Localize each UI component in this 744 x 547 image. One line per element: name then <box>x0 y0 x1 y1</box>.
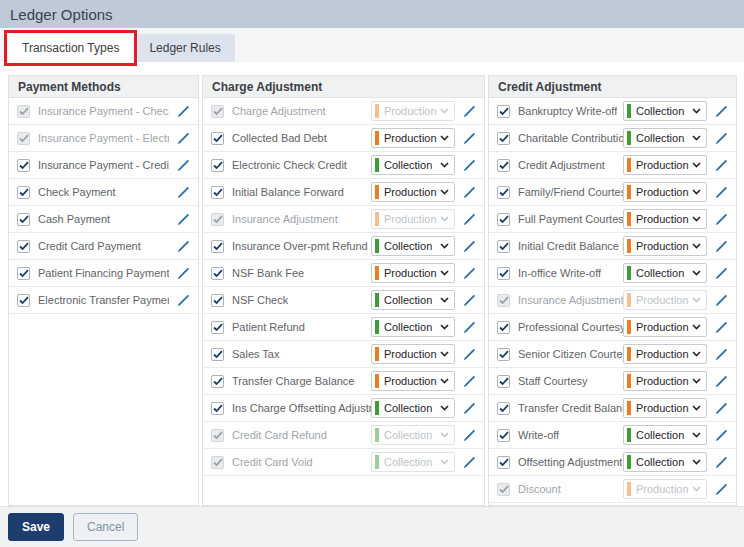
edit-pencil-icon[interactable] <box>714 185 728 199</box>
row-checkbox[interactable] <box>211 240 224 253</box>
edit-pencil-icon[interactable] <box>176 212 190 226</box>
category-dropdown[interactable]: Collection <box>623 263 707 283</box>
category-dropdown[interactable]: Production <box>623 209 707 229</box>
edit-pencil-icon[interactable] <box>462 374 476 388</box>
edit-pencil-icon[interactable] <box>714 428 728 442</box>
category-dropdown[interactable]: Collection <box>371 236 455 256</box>
row-checkbox[interactable] <box>211 321 224 334</box>
row-checkbox[interactable] <box>211 267 224 280</box>
transaction-row: Cash Payment <box>9 206 198 233</box>
edit-pencil-icon[interactable] <box>714 158 728 172</box>
row-checkbox[interactable] <box>17 186 30 199</box>
edit-pencil-icon[interactable] <box>462 401 476 415</box>
edit-pencil-icon[interactable] <box>462 293 476 307</box>
edit-pencil-icon[interactable] <box>462 455 476 469</box>
category-dropdown[interactable]: Production <box>371 182 455 202</box>
edit-pencil-icon[interactable] <box>714 212 728 226</box>
row-checkbox[interactable] <box>497 375 510 388</box>
chevron-down-icon <box>692 108 701 114</box>
row-checkbox[interactable] <box>17 267 30 280</box>
edit-pencil-icon[interactable] <box>462 239 476 253</box>
chevron-down-icon <box>692 459 701 465</box>
edit-pencil-icon[interactable] <box>462 131 476 145</box>
edit-pencil-icon[interactable] <box>462 185 476 199</box>
row-label: In-office Write-off <box>518 267 601 279</box>
row-checkbox[interactable] <box>497 240 510 253</box>
row-checkbox[interactable] <box>497 456 510 469</box>
row-checkbox[interactable] <box>497 105 510 118</box>
edit-pencil-icon[interactable] <box>714 293 728 307</box>
row-checkbox[interactable] <box>211 348 224 361</box>
category-dropdown[interactable]: Production <box>371 263 455 283</box>
row-checkbox[interactable] <box>497 267 510 280</box>
edit-pencil-icon[interactable] <box>176 104 190 118</box>
edit-pencil-icon[interactable] <box>714 401 728 415</box>
edit-pencil-icon[interactable] <box>176 266 190 280</box>
category-dropdown[interactable]: Production <box>371 128 455 148</box>
edit-pencil-icon[interactable] <box>714 104 728 118</box>
row-checkbox[interactable] <box>497 159 510 172</box>
category-dropdown[interactable]: Collection <box>371 317 455 337</box>
category-dropdown[interactable]: Collection <box>623 425 707 445</box>
edit-pencil-icon[interactable] <box>714 374 728 388</box>
edit-pencil-icon[interactable] <box>462 428 476 442</box>
edit-pencil-icon[interactable] <box>714 131 728 145</box>
edit-pencil-icon[interactable] <box>176 131 190 145</box>
row-checkbox[interactable] <box>211 294 224 307</box>
row-checkbox[interactable] <box>211 186 224 199</box>
edit-pencil-icon[interactable] <box>714 347 728 361</box>
category-dropdown[interactable]: Collection <box>623 128 707 148</box>
category-dropdown[interactable]: Production <box>623 236 707 256</box>
edit-pencil-icon[interactable] <box>462 320 476 334</box>
edit-pencil-icon[interactable] <box>462 158 476 172</box>
row-checkbox[interactable] <box>17 294 30 307</box>
row-checkbox[interactable] <box>497 186 510 199</box>
edit-pencil-icon[interactable] <box>714 455 728 469</box>
category-dropdown[interactable]: Production <box>371 371 455 391</box>
row-checkbox[interactable] <box>497 348 510 361</box>
edit-pencil-icon[interactable] <box>176 293 190 307</box>
category-dropdown[interactable]: Production <box>623 371 707 391</box>
row-checkbox[interactable] <box>211 375 224 388</box>
edit-pencil-icon[interactable] <box>462 266 476 280</box>
category-dropdown[interactable]: Production <box>623 155 707 175</box>
edit-pencil-icon[interactable] <box>462 212 476 226</box>
row-checkbox[interactable] <box>211 402 224 415</box>
category-dropdown[interactable]: Production <box>623 182 707 202</box>
category-dropdown[interactable]: Production <box>371 344 455 364</box>
row-checkbox[interactable] <box>497 213 510 226</box>
cancel-button[interactable]: Cancel <box>73 513 138 541</box>
category-dropdown[interactable]: Production <box>623 398 707 418</box>
row-checkbox[interactable] <box>17 159 30 172</box>
edit-pencil-icon[interactable] <box>176 239 190 253</box>
edit-pencil-icon[interactable] <box>714 320 728 334</box>
category-dropdown[interactable]: Collection <box>623 452 707 472</box>
transaction-row: Sales TaxProduction <box>203 341 484 368</box>
edit-pencil-icon[interactable] <box>714 482 728 496</box>
tab-ledger-rules[interactable]: Ledger Rules <box>135 34 234 62</box>
row-checkbox[interactable] <box>497 402 510 415</box>
row-checkbox[interactable] <box>497 132 510 145</box>
category-dropdown[interactable]: Collection <box>371 290 455 310</box>
tab-transaction-types[interactable]: Transaction Types <box>8 34 133 62</box>
category-dropdown[interactable]: Collection <box>623 101 707 121</box>
row-checkbox[interactable] <box>17 213 30 226</box>
category-dropdown[interactable]: Production <box>623 344 707 364</box>
row-controls: Production <box>623 344 728 364</box>
category-dropdown[interactable]: Production <box>623 317 707 337</box>
edit-pencil-icon[interactable] <box>462 347 476 361</box>
edit-pencil-icon[interactable] <box>462 104 476 118</box>
row-checkbox[interactable] <box>211 159 224 172</box>
row-checkbox[interactable] <box>211 132 224 145</box>
row-checkbox[interactable] <box>497 429 510 442</box>
edit-pencil-icon[interactable] <box>714 266 728 280</box>
row-checkbox[interactable] <box>17 240 30 253</box>
edit-pencil-icon[interactable] <box>714 239 728 253</box>
category-dropdown[interactable]: Collection <box>371 155 455 175</box>
row-label: Patient Refund <box>232 321 305 333</box>
edit-pencil-icon[interactable] <box>176 185 190 199</box>
row-checkbox[interactable] <box>497 321 510 334</box>
edit-pencil-icon[interactable] <box>176 158 190 172</box>
save-button[interactable]: Save <box>8 513 64 541</box>
category-dropdown[interactable]: Collection <box>371 398 455 418</box>
